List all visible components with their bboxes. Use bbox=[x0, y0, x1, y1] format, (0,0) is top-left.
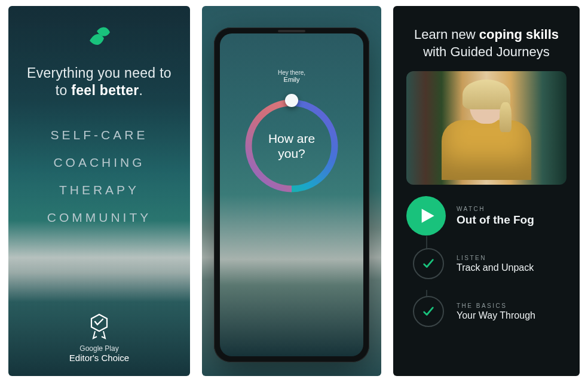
tagline: Everything you need to to feel better. bbox=[27, 65, 172, 99]
play-button[interactable] bbox=[406, 196, 446, 236]
instructor-portrait bbox=[448, 83, 525, 185]
play-icon bbox=[419, 207, 436, 224]
journey-list: WATCH Out of the Fog LISTEN Track and Un… bbox=[406, 194, 566, 333]
badge-subtitle: Google Play bbox=[79, 344, 118, 353]
badge-title: Editor's Choice bbox=[69, 353, 129, 363]
greeting-name: Emily bbox=[284, 76, 300, 83]
check-icon bbox=[422, 257, 435, 270]
journey-item-watch[interactable]: WATCH Out of the Fog bbox=[406, 194, 566, 237]
journey-item-listen[interactable]: LISTEN Track and Unpack bbox=[406, 242, 566, 285]
mood-ring-thumb[interactable] bbox=[285, 94, 298, 107]
journey-title: Your Way Through bbox=[457, 310, 535, 321]
mood-ring[interactable]: How are you? bbox=[241, 95, 342, 197]
journey-step-indicator bbox=[413, 296, 444, 327]
feature-item: COMMUNITY bbox=[47, 210, 152, 225]
journey-label: WATCH bbox=[457, 206, 534, 212]
journey-label: LISTEN bbox=[457, 255, 534, 261]
screenshot-panel-1: Everything you need to to feel better. S… bbox=[8, 6, 190, 376]
phone-mockup: Hey there, Emily bbox=[214, 27, 369, 362]
journey-item-basics[interactable]: THE BASICS Your Way Through bbox=[406, 290, 566, 333]
journey-title: Track and Unpack bbox=[457, 262, 534, 273]
screenshot-panel-2: Hey there, Emily bbox=[202, 6, 381, 376]
app-logo-icon bbox=[86, 26, 112, 48]
mood-ring-track-icon bbox=[241, 95, 342, 197]
feature-item: SELF-CARE bbox=[47, 128, 152, 142]
phone-screen: Hey there, Emily bbox=[220, 33, 363, 356]
tagline-lead: Everything you need to bbox=[27, 65, 172, 81]
award-icon bbox=[88, 313, 111, 341]
editors-choice-badge: Google Play Editor's Choice bbox=[69, 313, 129, 363]
journey-label: THE BASICS bbox=[457, 302, 535, 309]
feature-list: SELF-CARE COACHING THERAPY COMMUNITY bbox=[47, 115, 152, 238]
greeting-line: Hey there, bbox=[278, 69, 305, 76]
journey-step-indicator bbox=[413, 248, 444, 279]
journey-video-thumbnail[interactable] bbox=[406, 71, 566, 185]
tagline-bold: feel better bbox=[71, 82, 139, 98]
feature-item: COACHING bbox=[47, 155, 152, 170]
screenshot-panel-3: Learn new coping skills with Guided Jour… bbox=[393, 6, 580, 376]
journey-title: Out of the Fog bbox=[457, 213, 534, 227]
check-icon bbox=[422, 305, 435, 318]
panel3-title: Learn new coping skills with Guided Jour… bbox=[406, 26, 566, 60]
feature-item: THERAPY bbox=[47, 183, 152, 197]
tagline-tail: . bbox=[139, 82, 143, 98]
